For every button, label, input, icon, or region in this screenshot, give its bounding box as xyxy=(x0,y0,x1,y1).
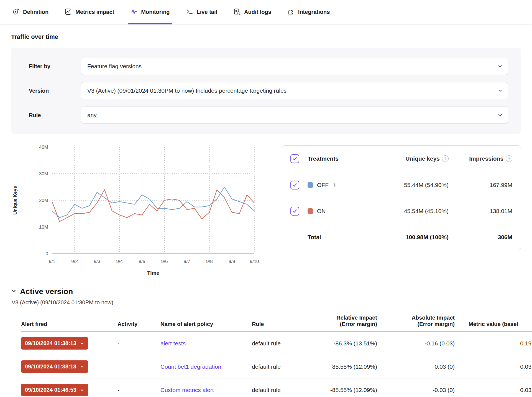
tab-audit-logs[interactable]: Audit logs xyxy=(233,0,271,24)
rule-value: any xyxy=(87,112,97,118)
treatment-off-label: OFF ✳ xyxy=(308,182,365,188)
alert-fired-badge[interactable]: 09/10/2024 01:38:13 xyxy=(21,360,88,373)
active-version-subtitle: V3 (Active) (09/10/2024 01:30PM to now) xyxy=(12,299,521,306)
traffic-line-chart: 010M20M30M40M9/19/29/39/49/59/69/79/89/9… xyxy=(11,143,262,278)
filter-by-select[interactable]: Feature flag versions xyxy=(81,58,508,75)
traffic-chart: 010M20M30M40M9/19/29/39/49/59/69/79/89/9… xyxy=(11,143,262,279)
monitoring-pulse-icon xyxy=(130,8,137,16)
svg-text:9/10: 9/10 xyxy=(250,259,259,264)
rule-cell: default rule xyxy=(252,363,316,370)
svg-text:30M: 30M xyxy=(39,171,48,176)
active-version-title: Active version xyxy=(20,287,73,296)
filter-by-row: Filter by Feature flag versions xyxy=(29,58,508,75)
chevron-down-icon[interactable] xyxy=(492,107,508,123)
definition-icon xyxy=(12,8,19,16)
relative-impact-cell: -85.55% (12.09%) xyxy=(316,387,377,393)
alert-policy-name-header: Name of alert policy xyxy=(160,318,252,331)
treatment-row-off: OFF ✳ 55.44M (54.90%) 167.99M xyxy=(282,172,521,198)
tab-live-tail[interactable]: Live tail xyxy=(186,0,217,24)
svg-text:9/3: 9/3 xyxy=(94,259,100,264)
alert-policy-link[interactable]: Custom metrics alert xyxy=(160,387,214,393)
help-icon[interactable]: ? xyxy=(506,155,512,162)
tab-integrations-label: Integrations xyxy=(298,9,330,15)
total-unique-keys-value: 100.98M (100%) xyxy=(365,234,449,241)
relative-impact-line2: (Error margin) xyxy=(316,321,377,327)
svg-text:9/7: 9/7 xyxy=(184,259,190,264)
alerts-table: Alert fired Activity Name of alert polic… xyxy=(21,312,532,397)
activity-cell: - xyxy=(117,340,160,347)
rule-cell: default rule xyxy=(252,387,316,393)
svg-text:40M: 40M xyxy=(39,145,48,150)
absolute-impact-cell: -0.03 (0) xyxy=(377,363,455,370)
on-unique-keys-value: 45.54M (45.10%) xyxy=(365,208,449,214)
total-label: Total xyxy=(308,234,365,241)
chevron-down-icon[interactable] xyxy=(492,58,508,75)
alert-policy-link[interactable]: alert tests xyxy=(160,340,186,347)
absolute-impact-line1: Absolute Impact xyxy=(377,315,455,321)
puzzle-icon xyxy=(287,8,295,16)
tab-bar: Definition Metrics impact Monitoring Liv… xyxy=(0,0,532,24)
chevron-down-icon xyxy=(80,365,84,369)
active-version-header[interactable]: Active version xyxy=(11,287,521,296)
version-value: V3 (Active) (09/01/2024 01:30PM to now) … xyxy=(87,87,287,94)
treatments-select-all-checkbox[interactable] xyxy=(290,154,299,163)
alert-fired-header: Alert fired xyxy=(21,318,117,331)
absolute-impact-cell: -0.03 (0) xyxy=(377,387,455,393)
alert-fired-badge[interactable]: 09/10/2024 01:38:13 xyxy=(21,337,88,350)
page-title: Traffic over time xyxy=(11,33,521,41)
tab-definition[interactable]: Definition xyxy=(12,0,48,24)
alert-row: 09/10/2024 01:38:13 - alert tests defaul… xyxy=(21,332,532,355)
treatments-table: Treatments Unique keys ? Impressions ? O… xyxy=(282,145,521,250)
absolute-impact-line2: (Error margin) xyxy=(377,321,455,327)
svg-text:9/9: 9/9 xyxy=(229,259,235,264)
tab-audit-logs-label: Audit logs xyxy=(244,9,271,15)
treatments-column-header: Treatments xyxy=(308,155,365,162)
metric-value-cell: 0.03 ( xyxy=(455,387,532,393)
metric-value-header: Metric value (basel xyxy=(455,318,532,331)
off-color-swatch xyxy=(308,182,313,188)
svg-text:10M: 10M xyxy=(39,224,48,230)
alert-row: 09/10/2024 01:38:13 - Count bet1 degrada… xyxy=(21,355,532,378)
relative-impact-line1: Relative Impact xyxy=(316,315,377,321)
relative-impact-header: Relative Impact (Error margin) xyxy=(316,312,377,331)
help-icon[interactable]: ? xyxy=(442,155,449,162)
svg-text:Time: Time xyxy=(147,270,159,276)
rule-select[interactable]: any xyxy=(81,107,508,124)
tab-live-tail-label: Live tail xyxy=(197,9,217,15)
frozen-icon: ✳ xyxy=(332,182,337,188)
version-row: Version V3 (Active) (09/01/2024 01:30PM … xyxy=(29,82,508,99)
document-search-icon xyxy=(233,8,241,16)
relative-impact-cell: -86.3% (13.51%) xyxy=(316,340,377,347)
collapse-chevron-icon[interactable] xyxy=(11,288,17,295)
alert-fired-time: 09/10/2024 01:38:13 xyxy=(25,363,76,370)
activity-cell: - xyxy=(117,363,160,370)
off-impressions-value: 167.99M xyxy=(449,182,512,188)
activity-header: Activity xyxy=(117,318,160,331)
off-unique-keys-value: 55.44M (54.90%) xyxy=(365,182,449,188)
treatment-on-checkbox[interactable] xyxy=(290,207,299,216)
rule-cell: default rule xyxy=(252,340,316,347)
version-label: Version xyxy=(29,88,81,94)
alert-fired-badge[interactable]: 09/10/2024 01:46:53 xyxy=(21,384,88,396)
filter-by-value: Feature flag versions xyxy=(87,63,142,70)
chevron-down-icon[interactable] xyxy=(492,82,508,99)
unique-keys-column-header: Unique keys ? xyxy=(365,155,449,162)
tab-integrations[interactable]: Integrations xyxy=(287,0,330,24)
absolute-impact-cell: -0.16 (0.03) xyxy=(377,340,455,347)
alert-row: 09/10/2024 01:46:53 - Custom metrics ale… xyxy=(21,378,532,397)
absolute-impact-header: Absolute Impact (Error margin) xyxy=(377,312,455,331)
alert-policy-link[interactable]: Count bet1 degradation xyxy=(160,363,221,370)
traffic-section: 010M20M30M40M9/19/29/39/49/59/69/79/89/9… xyxy=(11,143,521,279)
svg-text:9/5: 9/5 xyxy=(139,259,145,264)
tab-definition-label: Definition xyxy=(23,9,48,15)
version-select[interactable]: V3 (Active) (09/01/2024 01:30PM to now) … xyxy=(81,82,508,99)
tab-metrics-impact-label: Metrics impact xyxy=(75,9,114,15)
svg-text:9/8: 9/8 xyxy=(206,259,213,264)
tab-metrics-impact[interactable]: Metrics impact xyxy=(65,0,114,24)
alerts-header-row: Alert fired Activity Name of alert polic… xyxy=(21,312,532,332)
treatment-off-checkbox[interactable] xyxy=(290,181,299,189)
svg-text:20M: 20M xyxy=(39,198,48,203)
rule-label: Rule xyxy=(29,112,81,118)
treatments-total-row: Total 100.98M (100%) 306M xyxy=(282,224,521,250)
tab-monitoring[interactable]: Monitoring xyxy=(130,0,170,24)
